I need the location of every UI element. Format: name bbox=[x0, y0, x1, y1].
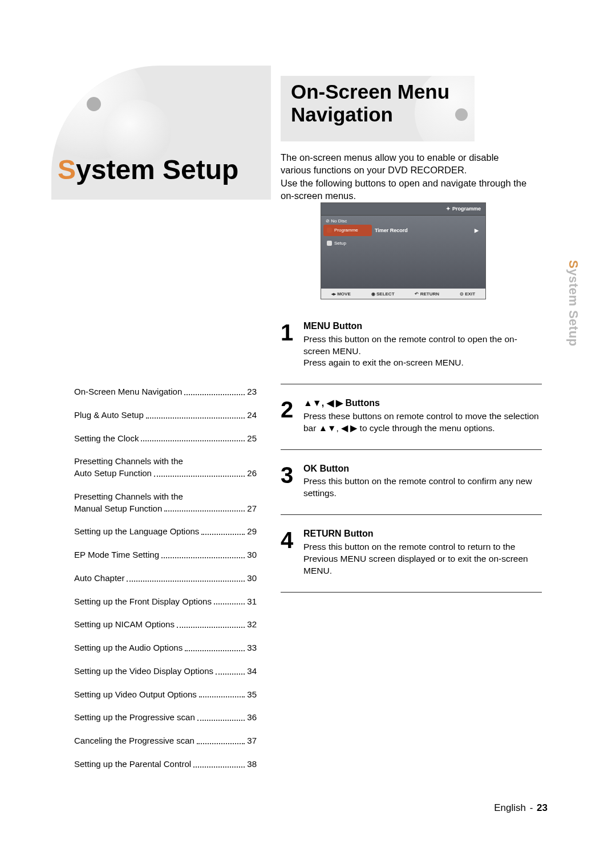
step-title: RETURN Button bbox=[303, 528, 542, 540]
step-number: 4 bbox=[281, 528, 303, 577]
table-of-contents: On-Screen Menu Navigation23Plug & Auto S… bbox=[74, 387, 257, 782]
toc-entry: EP Mode Time Setting30 bbox=[74, 550, 257, 561]
toc-entry: Auto Chapter30 bbox=[74, 573, 257, 584]
toc-leader-dots bbox=[161, 557, 245, 558]
step-description: Press this button on the remote control … bbox=[303, 334, 542, 370]
toc-page: 25 bbox=[247, 433, 257, 444]
toc-entry: Canceling the Progressive scan37 bbox=[74, 736, 257, 746]
toc-entry: Setting up the Parental Control38 bbox=[74, 759, 257, 770]
toc-label: Plug & Auto Setup bbox=[74, 410, 144, 421]
osd-nodisc-label: No Disc bbox=[326, 218, 347, 224]
instruction-step: 2▲▼, ◀ ▶ ButtonsPress these buttons on r… bbox=[281, 388, 542, 445]
step-body: OK ButtonPress this button on the remote… bbox=[303, 462, 542, 500]
toc-leader-dots bbox=[146, 417, 245, 419]
toc-page: 36 bbox=[247, 712, 257, 723]
toc-leader-dots bbox=[193, 766, 245, 768]
footer-dash: - bbox=[530, 802, 533, 813]
osd-header-label: Programme bbox=[446, 206, 481, 212]
toc-page: 32 bbox=[247, 619, 257, 630]
toc-page: 35 bbox=[247, 689, 257, 700]
toc-page: 30 bbox=[247, 550, 257, 561]
toc-leader-dots bbox=[199, 696, 245, 697]
osd-foot-select: ◉ SELECT bbox=[371, 291, 395, 297]
side-tab-rest: ystem Setup bbox=[566, 269, 581, 346]
article-title-line1: On-Screen Menu bbox=[291, 80, 475, 103]
divider bbox=[281, 384, 542, 384]
toc-leader-dots bbox=[197, 720, 245, 721]
toc-label: Setting up the Language Options bbox=[74, 526, 199, 537]
instruction-step: 1MENU ButtonPress this button on the rem… bbox=[281, 311, 542, 380]
toc-entry: Plug & Auto Setup24 bbox=[74, 410, 257, 421]
toc-entry: Setting up the Audio Options33 bbox=[74, 643, 257, 654]
toc-label: Auto Chapter bbox=[74, 573, 124, 584]
osd-foot-return: ↶ RETURN bbox=[415, 291, 439, 297]
step-number: 2 bbox=[281, 397, 303, 434]
section-header: System Setup bbox=[51, 66, 271, 200]
toc-entry: Presetting Channels with theAuto Setup F… bbox=[74, 456, 257, 479]
toc-entry: Setting up the Video Display Options34 bbox=[74, 666, 257, 677]
step-title: MENU Button bbox=[303, 320, 542, 332]
osd-row-timer-record: Timer Record ▶ bbox=[375, 225, 482, 236]
toc-entry: Setting up the Front Display Options31 bbox=[74, 597, 257, 607]
osd-screenshot: Programme No Disc Programme Setup Timer … bbox=[321, 202, 486, 299]
toc-label: Manual Setup Function bbox=[74, 504, 162, 514]
toc-label: Setting up the Video Display Options bbox=[74, 666, 213, 677]
toc-label: Auto Setup Function bbox=[74, 468, 152, 479]
toc-label: Setting up the Audio Options bbox=[74, 643, 183, 654]
side-tab: System Setup bbox=[566, 260, 581, 347]
osd-foot-move: ◂▸ MOVE bbox=[331, 291, 351, 297]
toc-page: 33 bbox=[247, 643, 257, 654]
toc-page: 27 bbox=[247, 504, 257, 514]
step-number: 1 bbox=[281, 320, 303, 369]
toc-label: Presetting Channels with the bbox=[74, 456, 183, 466]
toc-entry: Setting up Video Output Options35 bbox=[74, 689, 257, 700]
step-body: MENU ButtonPress this button on the remo… bbox=[303, 320, 542, 369]
toc-label: Setting up the Front Display Options bbox=[74, 597, 212, 607]
article-header: On-Screen Menu Navigation bbox=[281, 76, 475, 141]
toc-leader-dots bbox=[216, 673, 245, 675]
toc-leader-dots bbox=[184, 394, 245, 395]
toc-label: Setting up the Parental Control bbox=[74, 759, 191, 770]
step-number: 3 bbox=[281, 462, 303, 500]
toc-page: 23 bbox=[247, 387, 257, 397]
osd-foot-exit: ⊙ EXIT bbox=[460, 291, 475, 297]
side-tab-initial: S bbox=[566, 260, 581, 269]
toc-page: 38 bbox=[247, 759, 257, 770]
toc-entry: Setting up the Language Options29 bbox=[74, 526, 257, 537]
toc-leader-dots bbox=[214, 603, 245, 604]
footer-page-number: 23 bbox=[537, 802, 548, 813]
page-footer: English - 23 bbox=[494, 802, 548, 814]
divider bbox=[281, 449, 542, 450]
toc-page: 31 bbox=[247, 597, 257, 607]
toc-label: Canceling the Progressive scan bbox=[74, 736, 194, 746]
step-body: ▲▼, ◀ ▶ ButtonsPress these buttons on re… bbox=[303, 397, 542, 434]
toc-leader-dots bbox=[164, 510, 245, 512]
toc-leader-dots bbox=[185, 650, 245, 651]
osd-side-programme: Programme bbox=[323, 225, 372, 236]
instruction-step: 3OK ButtonPress this button on the remot… bbox=[281, 453, 542, 511]
toc-entry: Setting the Clock25 bbox=[74, 433, 257, 444]
toc-entry: On-Screen Menu Navigation23 bbox=[74, 387, 257, 397]
toc-page: 29 bbox=[247, 526, 257, 537]
toc-entry: Setting up the Progressive scan36 bbox=[74, 712, 257, 723]
toc-page: 30 bbox=[247, 573, 257, 584]
toc-label: Setting up Video Output Options bbox=[74, 689, 197, 700]
step-description: Press these buttons on remote control to… bbox=[303, 411, 542, 435]
article-title-line2: Navigation bbox=[291, 103, 475, 126]
toc-leader-dots bbox=[154, 476, 245, 477]
toc-leader-dots bbox=[197, 743, 245, 744]
instruction-step: 4RETURN ButtonPress this button on the r… bbox=[281, 518, 542, 588]
step-description: Press this button on the remote control … bbox=[303, 541, 542, 577]
divider bbox=[281, 514, 542, 515]
toc-leader-dots bbox=[201, 534, 245, 535]
section-title-initial: S bbox=[58, 155, 76, 185]
osd-footer: ◂▸ MOVE ◉ SELECT ↶ RETURN ⊙ EXIT bbox=[321, 289, 485, 299]
toc-entry: Setting up NICAM Options32 bbox=[74, 619, 257, 630]
toc-leader-dots bbox=[141, 440, 245, 441]
toc-label: Setting the Clock bbox=[74, 433, 139, 444]
steps-list: 1MENU ButtonPress this button on the rem… bbox=[281, 311, 542, 596]
toc-page: 26 bbox=[247, 468, 257, 479]
divider bbox=[281, 592, 542, 593]
intro-paragraph: The on-screen menus allow you to enable … bbox=[281, 151, 529, 202]
toc-entry: Presetting Channels with theManual Setup… bbox=[74, 492, 257, 514]
